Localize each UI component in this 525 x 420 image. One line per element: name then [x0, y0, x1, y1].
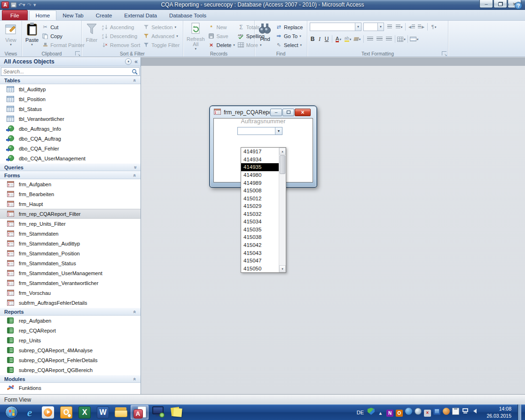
nav-item-rep-cqareport[interactable]: rep_CQAReport [0, 325, 141, 335]
tray-globe-icon[interactable] [415, 408, 422, 417]
select-button[interactable]: ⇖Select▾ [274, 40, 304, 49]
nav-item-frm-vorschau[interactable]: frm_Vorschau [0, 288, 141, 298]
nav-item-tbl-audittyp[interactable]: tbl_Audittyp [0, 84, 141, 94]
background-color-button[interactable]: ▾ [353, 35, 362, 43]
section-header-modules[interactable]: Modules« [0, 375, 141, 383]
tab-database-tools[interactable]: Database Tools [163, 10, 212, 20]
underline-button[interactable]: U [323, 35, 330, 43]
dropdown-item-415029[interactable]: 415029 [241, 202, 279, 210]
tray-volume-icon[interactable] [471, 408, 478, 417]
access-app-icon[interactable]: A [1, 1, 9, 8]
font-color-button[interactable]: A▾ [334, 35, 343, 43]
taskbar-excel-icon[interactable]: X [76, 405, 94, 420]
dropdown-item-414989[interactable]: 414989 [241, 179, 279, 187]
nav-item-tbl-verantwortlicher[interactable]: tbl_Verantwortlicher [0, 114, 141, 124]
taskbar-start-orb[interactable] [2, 405, 20, 420]
numbering-button[interactable]: ▾ [394, 23, 404, 31]
new-record-button[interactable]: *New [207, 23, 236, 32]
search-icon[interactable] [132, 68, 138, 77]
auftragsnummer-combobox[interactable]: ▼ [237, 127, 282, 135]
nav-item-subrep-cqareport-4manalyse[interactable]: subrep_CQAReport_4MAnalyse [0, 345, 141, 355]
help-icon[interactable]: ? [515, 2, 522, 9]
nav-item-frm-stammdaten-audittyp[interactable]: frm_Stammdaten_Audittyp [0, 238, 141, 248]
nav-item-frm-stammdaten-usermanagement[interactable]: frm_Stammdaten_UserManagement [0, 268, 141, 278]
search-input[interactable] [1, 67, 140, 76]
alternate-row-color-button[interactable]: ▾ [409, 35, 419, 43]
taskbar-access-icon[interactable]: A [131, 405, 149, 420]
dropdown-item-414934[interactable]: 414934 [241, 156, 279, 164]
dropdown-item-415038[interactable]: 415038 [241, 233, 279, 241]
nav-item-subrep-cqareport-qgbereich[interactable]: subrep_CQAReport_QGBereich [0, 365, 141, 375]
nav-item-frm-bearbeiten[interactable]: frm_Bearbeiten [0, 189, 141, 199]
popup-titlebar[interactable]: frm_rep_CQAReport... – × [210, 106, 316, 118]
dropdown-item-415008[interactable]: 415008 [241, 187, 279, 195]
selection-button[interactable]: Selection▾ [141, 23, 181, 32]
nav-item-subrep-cqareport-fehlerdetails[interactable]: subrep_CQAReport_FehlerDetails [0, 355, 141, 365]
increase-indent-button[interactable]: ▶ [416, 23, 426, 31]
collapse-ribbon-icon[interactable]: ^ [504, 3, 512, 9]
nav-item-dbo-auftrags-info[interactable]: dbo_Auftrags_Info [0, 124, 141, 134]
language-indicator[interactable]: DE [357, 410, 364, 415]
nav-item-tbl-status[interactable]: tbl_Status [0, 104, 141, 114]
tray-up-arrow-icon[interactable]: ▲ [377, 408, 384, 417]
nav-pane-header[interactable]: All Access Objects ▾ « [0, 57, 141, 66]
nav-item-subfrm-auftragsfehlerdetails[interactable]: subfrm_AuftragsFehlerDetails [0, 298, 141, 308]
advanced-button[interactable]: Advanced▾ [141, 32, 181, 40]
dropdown-scrollbar[interactable]: ▲ ▼ [279, 148, 286, 272]
view-button[interactable]: View ▾ [1, 22, 20, 47]
dropdown-item-415035[interactable]: 415035 [241, 226, 279, 234]
text-formatting-dialog-launcher[interactable] [442, 51, 447, 55]
nav-item-funktions[interactable]: Funktions [0, 383, 141, 393]
remove-sort-button[interactable]: Remove Sort [100, 40, 141, 49]
clipboard-dialog-launcher[interactable] [75, 51, 80, 55]
dropdown-item-414980[interactable]: 414980 [241, 171, 279, 179]
dropdown-item-415047[interactable]: 415047 [241, 257, 279, 265]
align-right-button[interactable] [384, 35, 393, 43]
section-header-reports[interactable]: Reports« [0, 308, 141, 316]
tray-display-icon[interactable] [433, 408, 440, 417]
nav-item-tbl-position[interactable]: tbl_Position [0, 94, 141, 104]
nav-item-frm-haupt[interactable]: frm_Haupt [0, 199, 141, 209]
copy-button[interactable]: Copy [40, 32, 86, 40]
nav-item-dbo-cqa-usermanagement[interactable]: dbo_CQA_UserManagement [0, 153, 141, 163]
taskbar-sticky-notes-icon[interactable] [167, 405, 185, 420]
paste-button[interactable]: Paste ▾ [24, 22, 40, 50]
nav-menu-dropdown-icon[interactable]: ▾ [125, 58, 132, 65]
font-size-combo[interactable]: ▾ [363, 23, 384, 31]
nav-collapse-icon[interactable]: « [134, 58, 138, 65]
taskbar-word-icon[interactable]: W [94, 405, 112, 420]
descending-button[interactable]: ZADescending [100, 32, 141, 40]
nav-item-frm-rep-cqareport-filter[interactable]: frm_rep_CQAReport_Filter [0, 209, 141, 219]
qat-customize-icon[interactable]: ▾ [33, 1, 36, 8]
nav-item-dbo-cqa-auftrag[interactable]: dbo_CQA_Auftrag [0, 134, 141, 143]
popup-minimize-button[interactable]: – [270, 109, 282, 116]
filter-button[interactable]: Filter [83, 22, 100, 50]
nav-item-rep-aufgaben[interactable]: rep_Aufgaben [0, 316, 141, 325]
minimize-button[interactable]: – [479, 0, 493, 8]
font-family-combo[interactable]: ▾ [310, 23, 361, 31]
tab-file[interactable]: File [2, 10, 28, 20]
nav-item-frm-stammdaten-position[interactable]: frm_Stammdaten_Position [0, 248, 141, 258]
tab-home[interactable]: Home [29, 10, 57, 20]
popup-maximize-button[interactable] [282, 109, 294, 116]
align-left-button[interactable] [365, 35, 375, 43]
save-record-button[interactable]: Save [207, 32, 236, 40]
ascending-button[interactable]: AZAscending [100, 23, 141, 32]
highlight-color-button[interactable]: ab▾ [343, 35, 353, 43]
tray-browser-icon[interactable] [405, 408, 412, 417]
paragraph-direction-button[interactable]: ¶▾ [429, 23, 439, 31]
tray-onenote-icon[interactable]: N [386, 408, 393, 417]
toggle-filter-button[interactable]: Toggle Filter [141, 40, 181, 49]
goto-button[interactable]: ⇒Go To▾ [274, 32, 304, 40]
section-header-tables[interactable]: Tables« [0, 76, 141, 84]
bold-button[interactable]: B [309, 35, 316, 43]
popup-close-button[interactable]: × [295, 109, 311, 116]
tab-create[interactable]: Create [90, 10, 118, 20]
taskbar-explorer-icon[interactable] [112, 405, 130, 420]
italic-button[interactable]: I [316, 35, 323, 43]
section-header-queries[interactable]: Queries« [0, 163, 141, 171]
dropdown-item-415042[interactable]: 415042 [241, 241, 279, 249]
taskbar-internet-explorer-icon[interactable]: e [21, 405, 39, 420]
gridlines-button[interactable]: ▾ [397, 35, 406, 43]
replace-button[interactable]: ⇄Replace [274, 23, 304, 32]
